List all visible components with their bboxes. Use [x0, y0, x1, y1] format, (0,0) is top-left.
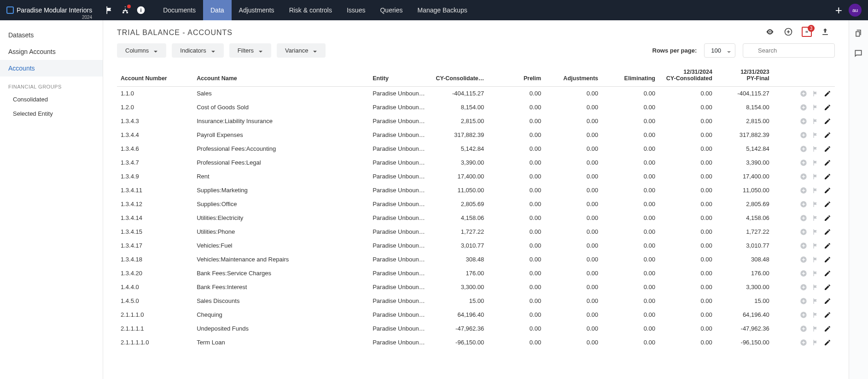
row-flag-icon[interactable] [812, 118, 819, 125]
indicators-button[interactable]: Indicators [172, 43, 223, 58]
th-adjustments[interactable]: Adjustments [545, 64, 602, 87]
nav-risk-controls[interactable]: Risk & controls [282, 0, 339, 20]
row-edit-icon[interactable] [824, 131, 831, 139]
row-add-icon[interactable] [800, 270, 807, 277]
row-add-icon[interactable] [800, 297, 807, 305]
row-edit-icon[interactable] [824, 228, 831, 236]
comment-icon[interactable] [854, 49, 864, 59]
row-flag-icon[interactable] [812, 256, 819, 263]
row-edit-icon[interactable] [824, 325, 831, 332]
table-row[interactable]: 1.2.0Cost of Goods SoldParadise Unbound…… [117, 101, 835, 114]
table-row[interactable]: 2.1.1.1.0ChequingParadise Unbound…64,196… [117, 308, 835, 322]
export-icon[interactable] [820, 27, 830, 37]
row-edit-icon[interactable] [824, 256, 831, 263]
row-add-icon[interactable] [800, 214, 807, 222]
row-flag-icon[interactable] [812, 187, 819, 194]
row-add-icon[interactable] [800, 159, 807, 166]
row-edit-icon[interactable] [824, 297, 831, 305]
table-row[interactable]: 1.3.4.12Supplies:OfficeParadise Unbound…… [117, 197, 835, 211]
row-flag-icon[interactable] [812, 228, 819, 236]
logo-block[interactable]: Paradise Modular Interiors 2024 [6, 6, 92, 14]
copy-icon[interactable] [854, 29, 864, 39]
th-cy-unrounded[interactable]: CY-Consolidate… [431, 64, 488, 87]
row-edit-icon[interactable] [824, 104, 831, 111]
nav-queries[interactable]: Queries [373, 0, 410, 20]
table-row[interactable]: 1.3.4.20Bank Fees:Service ChargesParadis… [117, 266, 835, 280]
row-edit-icon[interactable] [824, 187, 831, 194]
nav-issues[interactable]: Issues [339, 0, 373, 20]
row-flag-icon[interactable] [812, 201, 819, 208]
row-edit-icon[interactable] [824, 311, 831, 319]
hierarchy-icon[interactable] [121, 6, 130, 15]
nav-documents[interactable]: Documents [156, 0, 203, 20]
sidebar-item-assign-accounts[interactable]: Assign Accounts [0, 43, 103, 60]
global-add-button[interactable]: + [835, 4, 842, 16]
row-flag-icon[interactable] [812, 325, 819, 332]
table-row[interactable]: 1.3.4.17Vehicles:FuelParadise Unbound…3,… [117, 239, 835, 253]
row-add-icon[interactable] [800, 131, 807, 139]
th-py-final[interactable]: 12/31/2023PY-Final [716, 64, 773, 87]
row-add-icon[interactable] [800, 90, 807, 97]
row-add-icon[interactable] [800, 242, 807, 249]
filters-button[interactable]: Filters [229, 43, 271, 58]
row-add-icon[interactable] [800, 311, 807, 319]
add-circle-icon[interactable] [783, 27, 793, 37]
row-edit-icon[interactable] [824, 270, 831, 277]
table-row[interactable]: 2.1.1.1.1Undeposited FundsParadise Unbou… [117, 322, 835, 336]
table-row[interactable]: 1.3.4.6Professional Fees:AccountingParad… [117, 142, 835, 156]
row-add-icon[interactable] [800, 325, 807, 332]
row-flag-icon[interactable] [812, 90, 819, 97]
table-row[interactable]: 1.3.4.4Payroll ExpensesParadise Unbound…… [117, 128, 835, 142]
row-edit-icon[interactable] [824, 284, 831, 291]
row-edit-icon[interactable] [824, 214, 831, 222]
row-flag-icon[interactable] [812, 284, 819, 291]
row-add-icon[interactable] [800, 187, 807, 194]
sidebar-item-accounts[interactable]: Accounts [0, 60, 103, 77]
row-edit-icon[interactable] [824, 145, 831, 153]
row-flag-icon[interactable] [812, 311, 819, 319]
variance-button[interactable]: Variance [277, 43, 326, 58]
table-row[interactable]: 1.3.4.18Vehicles:Maintenance and Repairs… [117, 253, 835, 266]
table-row[interactable]: 1.4.4.0Bank Fees:InterestParadise Unboun… [117, 280, 835, 294]
table-row[interactable]: 1.3.4.3Insurance:Liability InsurancePara… [117, 114, 835, 128]
row-edit-icon[interactable] [824, 118, 831, 125]
th-eliminating[interactable]: Eliminating [602, 64, 659, 87]
row-edit-icon[interactable] [824, 339, 831, 346]
nav-data[interactable]: Data [203, 0, 232, 20]
row-flag-icon[interactable] [812, 131, 819, 139]
row-add-icon[interactable] [800, 228, 807, 236]
visibility-icon[interactable] [765, 27, 775, 37]
row-add-icon[interactable] [800, 145, 807, 153]
flag-icon[interactable] [105, 6, 114, 15]
row-add-icon[interactable] [800, 339, 807, 346]
columns-button[interactable]: Columns [117, 43, 166, 58]
nav-manage-backups[interactable]: Manage Backups [410, 0, 474, 20]
table-row[interactable]: 1.3.4.9RentParadise Unbound…17,400.000.0… [117, 170, 835, 184]
th-cy-consolidated[interactable]: 12/31/2024CY-Consolidated [659, 64, 716, 87]
th-prelim[interactable]: Prelim [488, 64, 545, 87]
row-edit-icon[interactable] [824, 90, 831, 97]
table-row[interactable]: 1.3.4.14Utilities:ElectricityParadise Un… [117, 211, 835, 225]
row-flag-icon[interactable] [812, 339, 819, 346]
row-flag-icon[interactable] [812, 104, 819, 111]
table-row[interactable]: 1.4.5.0Sales DiscountsParadise Unbound…1… [117, 294, 835, 308]
row-flag-icon[interactable] [812, 173, 819, 180]
column-picker-icon[interactable]: 3 [802, 27, 812, 37]
row-edit-icon[interactable] [824, 173, 831, 180]
row-edit-icon[interactable] [824, 242, 831, 249]
info-icon[interactable]: i [136, 6, 146, 15]
row-add-icon[interactable] [800, 284, 807, 291]
table-row[interactable]: 1.1.0SalesParadise Unbound…-404,115.270.… [117, 87, 835, 101]
th-entity[interactable]: Entity [369, 64, 431, 87]
sidebar-item-datasets[interactable]: Datasets [0, 27, 103, 43]
th-account-name[interactable]: Account Name [193, 64, 369, 87]
table-row[interactable]: 1.3.4.15Utilities:PhoneParadise Unbound…… [117, 225, 835, 239]
row-flag-icon[interactable] [812, 159, 819, 166]
row-flag-icon[interactable] [812, 214, 819, 222]
row-add-icon[interactable] [800, 256, 807, 263]
row-add-icon[interactable] [800, 173, 807, 180]
sidebar-sub-selected-entity[interactable]: Selected Entity [0, 107, 103, 121]
row-add-icon[interactable] [800, 104, 807, 111]
table-row[interactable]: 2.1.1.1.1.0Term LoanParadise Unbound…-96… [117, 336, 835, 349]
table-row[interactable]: 1.3.4.7Professional Fees:LegalParadise U… [117, 156, 835, 170]
